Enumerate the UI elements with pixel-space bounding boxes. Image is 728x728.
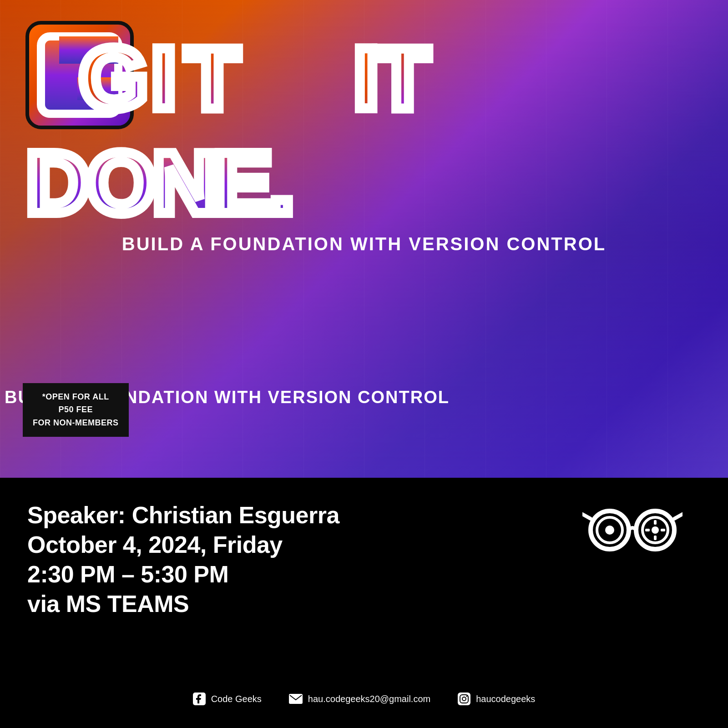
svg-text:I: I [152,29,173,127]
svg-text:G: G [80,29,145,127]
svg-text:T: T [186,29,238,127]
time-line: 2:30 PM – 5:30 PM [27,560,339,589]
title-container: G I T IT DONE. BUILD A FOUNDATION WITH V… [23,18,705,430]
svg-rect-25 [654,536,657,540]
svg-point-18 [605,526,614,535]
top-section: G I T IT DONE. BUILD A FOUNDATION WITH V… [0,0,728,478]
badge-line1: *OPEN FOR ALL [33,390,119,404]
instagram-icon [458,693,470,705]
svg-text:BUILD A FOUNDATION WITH VERSIO: BUILD A FOUNDATION WITH VERSION CONTROL [122,234,606,254]
codegeeks-logo [582,505,682,555]
email-item: hau.codegeeks20@gmail.com [289,694,430,704]
svg-text:IT: IT [354,29,429,127]
footer-social: Code Geeks hau.codegeeks20@gmail.com h [27,693,701,714]
email-icon [289,694,303,704]
poster: G I T IT DONE. BUILD A FOUNDATION WITH V… [0,0,728,728]
badge-line2: P50 FEE [33,403,119,416]
logo-area [582,500,701,555]
svg-text:DONE.: DONE. [26,134,292,232]
speaker-line: Speaker: Christian Esguerra [27,500,339,530]
title-svg: G I T IT DONE. BUILD A FOUNDATION WITH V… [23,18,705,428]
info-badge: *OPEN FOR ALL P50 FEE FOR NON-MEMBERS [23,383,129,437]
email-label: hau.codegeeks20@gmail.com [308,694,430,704]
facebook-item: Code Geeks [193,693,262,705]
platform-line: via MS TEAMS [27,589,339,619]
date-line: October 4, 2024, Friday [27,530,339,560]
event-text: Speaker: Christian Esguerra October 4, 2… [27,500,339,619]
event-details: Speaker: Christian Esguerra October 4, 2… [27,500,701,619]
facebook-icon [193,693,206,705]
bottom-section: Speaker: Christian Esguerra October 4, 2… [0,478,728,728]
instagram-item: haucodegeeks [458,693,535,705]
facebook-label: Code Geeks [211,694,262,704]
svg-point-23 [652,526,659,534]
svg-rect-24 [654,520,657,525]
svg-point-33 [466,696,468,697]
instagram-label: haucodegeeks [476,694,535,704]
svg-rect-29 [289,694,303,704]
badge-line3: FOR NON-MEMBERS [33,416,119,430]
svg-rect-27 [645,529,650,531]
svg-rect-26 [661,529,665,531]
